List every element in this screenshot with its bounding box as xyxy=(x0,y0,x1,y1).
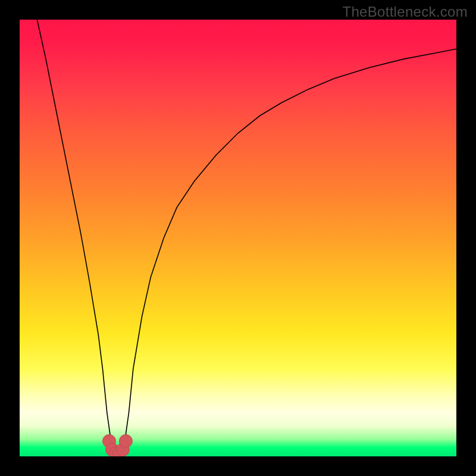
watermark-label: TheBottleneck.com xyxy=(342,4,468,20)
chart-container: TheBottleneck.com xyxy=(0,0,476,476)
curve-svg xyxy=(20,20,456,456)
plot-area xyxy=(20,20,456,456)
marker-cluster xyxy=(103,434,133,456)
marker-point xyxy=(119,434,132,447)
bottleneck-curve xyxy=(37,20,456,452)
